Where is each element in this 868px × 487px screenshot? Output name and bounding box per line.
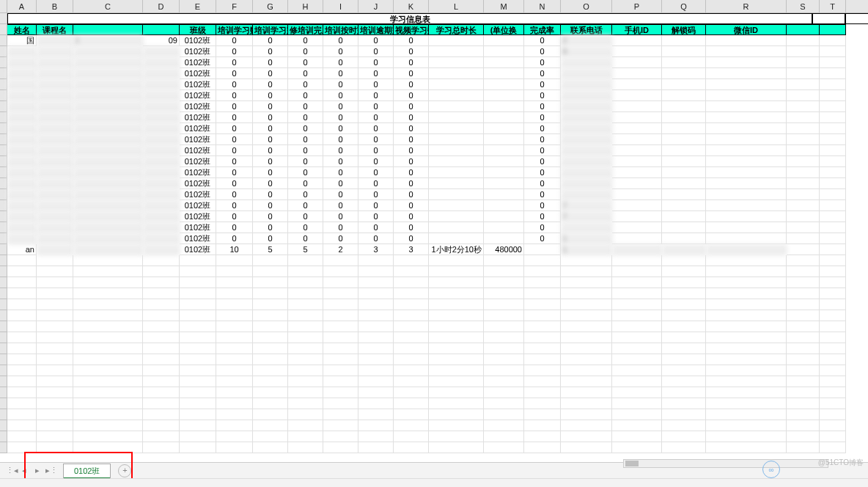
- cell-name[interactable]: [7, 123, 37, 134]
- empty-cell[interactable]: [394, 420, 429, 431]
- cell-I[interactable]: 0: [323, 200, 358, 211]
- table-row[interactable]: 0102班0000000: [0, 145, 868, 156]
- empty-cell[interactable]: [253, 420, 288, 431]
- cell-J[interactable]: 0: [358, 145, 394, 156]
- empty-cell[interactable]: [143, 332, 180, 343]
- cell-name[interactable]: [7, 233, 37, 244]
- cell-s[interactable]: [787, 57, 820, 68]
- cell-course[interactable]: [37, 57, 73, 68]
- cell-course[interactable]: [37, 211, 73, 222]
- cell-unit[interactable]: [484, 233, 524, 244]
- empty-cell[interactable]: [143, 266, 180, 277]
- cell-d[interactable]: [143, 101, 180, 112]
- sheet-nav-next-icon[interactable]: ▸: [32, 466, 43, 476]
- header-A[interactable]: 姓名: [7, 24, 37, 35]
- cell-duration[interactable]: [429, 233, 484, 244]
- empty-cell[interactable]: [288, 442, 323, 453]
- cell-unit[interactable]: [484, 68, 524, 79]
- empty-cell[interactable]: [612, 288, 662, 299]
- cell-class[interactable]: 0102班: [180, 57, 216, 68]
- cell-c[interactable]: [73, 200, 143, 211]
- empty-cell[interactable]: [288, 299, 323, 310]
- empty-cell[interactable]: [429, 321, 484, 332]
- empty-cell[interactable]: [524, 255, 561, 266]
- empty-cell[interactable]: [820, 365, 846, 376]
- empty-cell[interactable]: [37, 255, 73, 266]
- empty-cell[interactable]: [706, 343, 787, 354]
- empty-cell[interactable]: [253, 310, 288, 321]
- empty-cell[interactable]: [429, 266, 484, 277]
- cell-c[interactable]: [73, 211, 143, 222]
- empty-cell[interactable]: [358, 255, 394, 266]
- empty-cell[interactable]: [612, 376, 662, 387]
- cell-s[interactable]: [787, 35, 820, 46]
- cell-unlock[interactable]: [662, 211, 706, 222]
- cell-F[interactable]: 0: [216, 68, 253, 79]
- empty-cell[interactable]: [216, 299, 253, 310]
- empty-cell[interactable]: [484, 354, 524, 365]
- cell-d[interactable]: [143, 145, 180, 156]
- empty-cell[interactable]: [561, 420, 612, 431]
- cell-course[interactable]: [37, 200, 73, 211]
- cell-t[interactable]: [820, 46, 846, 57]
- cell-wechat[interactable]: [706, 112, 787, 123]
- empty-cell[interactable]: [612, 310, 662, 321]
- empty-cell[interactable]: [524, 288, 561, 299]
- empty-cell[interactable]: [37, 288, 73, 299]
- cell-phoneid[interactable]: [612, 178, 662, 189]
- cell-course[interactable]: [37, 156, 73, 167]
- empty-cell[interactable]: [612, 442, 662, 453]
- cell-I[interactable]: 0: [323, 222, 358, 233]
- cell-s[interactable]: [787, 46, 820, 57]
- cell-rate[interactable]: [524, 244, 561, 255]
- empty-cell[interactable]: [37, 277, 73, 288]
- cell-class[interactable]: 0102班: [180, 46, 216, 57]
- empty-cell[interactable]: [180, 354, 216, 365]
- empty-row[interactable]: [0, 431, 868, 442]
- cell-d[interactable]: [143, 112, 180, 123]
- cell-phone[interactable]: 2: [561, 35, 612, 46]
- cell-I[interactable]: 0: [323, 167, 358, 178]
- empty-cell[interactable]: [394, 376, 429, 387]
- cell-unit[interactable]: [484, 211, 524, 222]
- cell-c[interactable]: [73, 57, 143, 68]
- sheet-tab-active[interactable]: 0102班: [63, 464, 111, 478]
- empty-cell[interactable]: [484, 277, 524, 288]
- empty-cell[interactable]: [323, 398, 358, 409]
- cell-J[interactable]: 0: [358, 189, 394, 200]
- column-header-E[interactable]: E: [180, 0, 216, 12]
- cell-duration[interactable]: [429, 35, 484, 46]
- empty-cell[interactable]: [358, 376, 394, 387]
- table-row[interactable]: 0102班00000007: [0, 211, 868, 222]
- empty-cell[interactable]: [37, 332, 73, 343]
- empty-cell[interactable]: [706, 354, 787, 365]
- cell-H[interactable]: 0: [288, 35, 323, 46]
- empty-cell[interactable]: [37, 409, 73, 420]
- cell-K[interactable]: 0: [394, 189, 429, 200]
- empty-cell[interactable]: [662, 288, 706, 299]
- empty-cell[interactable]: [143, 420, 180, 431]
- empty-cell[interactable]: [288, 387, 323, 398]
- empty-cell[interactable]: [7, 321, 37, 332]
- cell-J[interactable]: 0: [358, 156, 394, 167]
- empty-cell[interactable]: [37, 376, 73, 387]
- cell-H[interactable]: 0: [288, 189, 323, 200]
- empty-row[interactable]: [0, 420, 868, 431]
- column-headers[interactable]: ABCDEFGHIJKLMNOPQRST: [0, 0, 868, 13]
- cell-duration[interactable]: [429, 101, 484, 112]
- cell-phone[interactable]: [561, 79, 612, 90]
- empty-cell[interactable]: [143, 255, 180, 266]
- empty-cell[interactable]: [394, 288, 429, 299]
- empty-cell[interactable]: [143, 409, 180, 420]
- sheet-nav-first-icon[interactable]: ⋮◂: [6, 466, 16, 476]
- empty-cell[interactable]: [37, 365, 73, 376]
- cell-duration[interactable]: [429, 189, 484, 200]
- cell-F[interactable]: 0: [216, 189, 253, 200]
- cell-rate[interactable]: 0: [524, 145, 561, 156]
- empty-cell[interactable]: [561, 266, 612, 277]
- cell-rate[interactable]: 0: [524, 68, 561, 79]
- cell-I[interactable]: 0: [323, 233, 358, 244]
- empty-cell[interactable]: [73, 332, 143, 343]
- empty-cell[interactable]: [820, 299, 846, 310]
- cell-phone[interactable]: [561, 101, 612, 112]
